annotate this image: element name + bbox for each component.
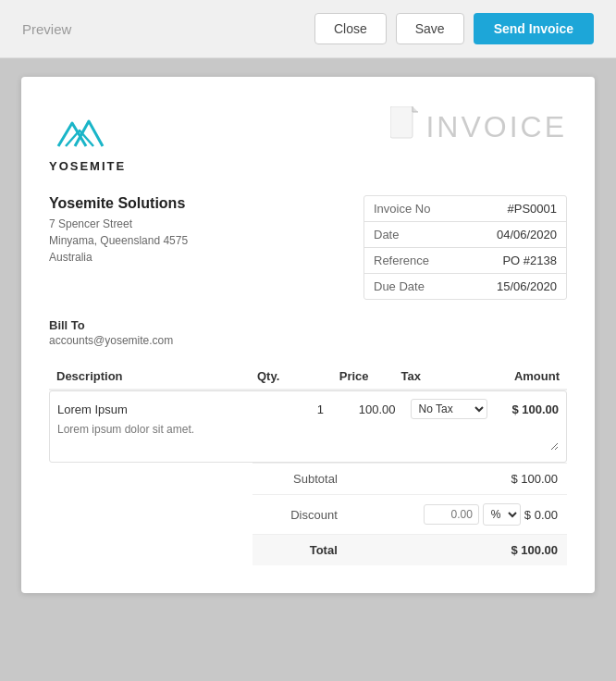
discount-label: Discount <box>253 495 347 535</box>
invoice-card: YOSEMITE INVOICE Yosemite Solutions 7 Sp… <box>21 77 595 593</box>
col-qty: Qty. <box>212 364 287 390</box>
items-table: Description Qty. Price Tax Amount <box>49 364 567 390</box>
meta-row-invoice-no: Invoice No #PS0001 <box>364 196 566 222</box>
totals-table: Subtotal $ 100.00 Discount % $ $ 0.00 <box>253 463 567 565</box>
company-name: Yosemite Solutions <box>49 195 188 212</box>
due-date-label: Due Date <box>374 279 425 293</box>
action-buttons: Close Save Send Invoice <box>314 13 594 44</box>
subtotal-value: $ 100.00 <box>347 464 567 495</box>
invoice-no-value: #PS0001 <box>508 202 558 216</box>
meta-row-reference: Reference PO #2138 <box>364 248 566 274</box>
meta-row-date: Date 04/06/2020 <box>364 222 566 248</box>
item-description-row <box>50 423 566 462</box>
invoice-header: YOSEMITE INVOICE <box>49 105 567 173</box>
meta-row-due-date: Due Date 15/06/2020 <box>364 274 566 299</box>
item-price: 100.00 <box>331 391 402 423</box>
col-amount: Amount <box>446 364 567 390</box>
logo-text: YOSEMITE <box>49 159 126 173</box>
date-value: 04/06/2020 <box>497 228 557 241</box>
bill-to-label: Bill To <box>49 318 567 332</box>
discount-row: Discount % $ $ 0.00 <box>253 495 567 535</box>
invoice-no-label: Invoice No <box>374 202 430 216</box>
item-note-input[interactable] <box>57 423 559 451</box>
due-date-value: 15/06/2020 <box>497 279 557 293</box>
invoice-title: INVOICE <box>425 110 567 144</box>
table-header-row: Description Qty. Price Tax Amount <box>49 364 567 390</box>
items-area: Description Qty. Price Tax Amount Lorem … <box>49 364 567 463</box>
discount-controls: % $ $ 0.00 <box>356 503 558 526</box>
svg-rect-0 <box>390 106 413 138</box>
save-button[interactable]: Save <box>396 13 464 44</box>
meta-section: Yosemite Solutions 7 Spencer Street Miny… <box>49 195 567 300</box>
subtotal-label: Subtotal <box>253 464 347 495</box>
yosemite-logo-icon <box>49 105 114 155</box>
address-line-1: 7 Spencer Street <box>49 216 188 232</box>
reference-value: PO #2138 <box>502 254 557 267</box>
discount-amount: $ 0.00 <box>524 508 558 522</box>
invoice-meta-table: Invoice No #PS0001 Date 04/06/2020 Refer… <box>363 195 567 300</box>
item-row-wrapper: Lorem Ipsum 1 100.00 No Tax GST 10% VAT … <box>49 390 567 463</box>
company-info: Yosemite Solutions 7 Spencer Street Miny… <box>49 195 188 283</box>
date-label: Date <box>374 228 399 241</box>
close-button[interactable]: Close <box>314 13 387 44</box>
table-row: Lorem Ipsum 1 100.00 No Tax GST 10% VAT … <box>50 391 566 423</box>
item-qty: 1 <box>291 391 331 423</box>
item-amount: $ 100.00 <box>495 391 566 423</box>
tax-select[interactable]: No Tax GST 10% VAT 20% <box>411 399 487 419</box>
logo-area: YOSEMITE <box>49 105 126 173</box>
page-icon <box>390 106 418 140</box>
item-tax: No Tax GST 10% VAT 20% <box>403 391 495 423</box>
item-note-cell <box>50 423 566 462</box>
col-description: Description <box>49 364 212 390</box>
reference-label: Reference <box>374 254 429 267</box>
subtotal-row: Subtotal $ 100.00 <box>253 464 567 495</box>
discount-type-select[interactable]: % $ <box>483 503 521 526</box>
total-row: Total $ 100.00 <box>253 535 567 566</box>
bill-to-section: Bill To accounts@yosemite.com <box>49 318 567 347</box>
col-price: Price <box>287 364 376 390</box>
address-line-2: Minyama, Queensland 4575 <box>49 232 188 249</box>
item-description: Lorem Ipsum <box>50 391 291 423</box>
col-tax: Tax <box>376 364 446 390</box>
bill-to-email: accounts@yosemite.com <box>49 334 567 347</box>
send-invoice-button[interactable]: Send Invoice <box>474 13 594 44</box>
item-inner-table: Lorem Ipsum 1 100.00 No Tax GST 10% VAT … <box>50 391 566 462</box>
discount-value-cell: % $ $ 0.00 <box>347 495 567 535</box>
address-line-3: Australia <box>49 249 188 266</box>
totals-section: Subtotal $ 100.00 Discount % $ $ 0.00 <box>49 463 567 565</box>
total-value: $ 100.00 <box>347 535 567 566</box>
page-title: Preview <box>22 21 71 37</box>
top-bar: Preview Close Save Send Invoice <box>0 0 616 58</box>
total-label: Total <box>253 535 347 566</box>
discount-input[interactable] <box>424 504 479 525</box>
invoice-title-area: INVOICE <box>390 105 567 144</box>
